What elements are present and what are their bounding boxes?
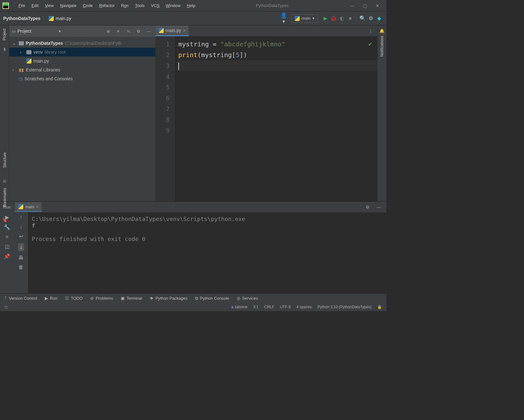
indent-info[interactable]: 4 spaces	[296, 305, 312, 309]
coverage-button[interactable]: ◐	[338, 15, 346, 21]
collapse-all-icon[interactable]: ≒	[124, 29, 133, 34]
pycharm-app-icon	[3, 3, 9, 9]
todo-button[interactable]: ☷TODO	[65, 296, 83, 301]
run-toolwindow-button[interactable]: ▶Run	[45, 296, 58, 301]
notifications-tool-button[interactable]: Notifications	[380, 36, 384, 57]
close-button[interactable]: ✕	[371, 3, 384, 8]
hide-run-icon[interactable]: —	[375, 205, 383, 210]
menu-code[interactable]: Code	[80, 2, 96, 9]
tab-more-icon[interactable]: ⋮	[364, 25, 377, 36]
code-area[interactable]: mystring = "abcdefghijklmno" print(mystr…	[174, 36, 377, 201]
stop-button[interactable]: ■	[346, 16, 354, 21]
pin-icon[interactable]: 📌	[4, 253, 10, 259]
tree-scratches[interactable]: ◷ Scratches and Consoles	[9, 74, 155, 83]
code-line-1[interactable]: mystring = "abcdefghijklmno"	[178, 39, 377, 50]
code-editor[interactable]: 1 2 3 4 5 6 7 8 9 mystring = "abcdefghij…	[155, 36, 377, 201]
tree-external-libs[interactable]: › ▮▮ External Libraries	[9, 65, 155, 74]
python-console-button[interactable]: ⧉Python Console	[195, 296, 229, 301]
soft-wrap-icon[interactable]: ↩	[19, 233, 23, 239]
run-output[interactable]: C:\Users\yilma\Desktop\PythonDataTypes\v…	[28, 212, 386, 293]
menu-view[interactable]: View	[42, 2, 57, 9]
tree-root[interactable]: ⌄ PythonDataTypes C:\Users\yilma\Desktop…	[9, 39, 155, 48]
menu-vcs[interactable]: VCS	[148, 2, 163, 9]
project-panel-title[interactable]: Project	[17, 29, 57, 34]
output-result: f	[32, 222, 35, 229]
line-gutter[interactable]: 1 2 3 4 5 6 7 8 9	[155, 36, 174, 201]
layout-icon[interactable]: ◫	[5, 243, 10, 250]
run-button[interactable]: ▶	[321, 15, 330, 21]
maximize-button[interactable]: ▢	[358, 3, 371, 8]
menu-help[interactable]: Help	[184, 2, 199, 9]
stop-button[interactable]: ■	[5, 234, 9, 240]
folder-tool-icon[interactable]: ▮	[3, 47, 6, 51]
bookmark-icon[interactable]: 🔖	[2, 218, 7, 223]
print-icon[interactable]: 🖶	[18, 255, 24, 261]
debug-button[interactable]: 🐞	[330, 15, 338, 21]
chevron-right-icon[interactable]: ›	[20, 50, 24, 55]
inspection-ok-icon[interactable]: ✔	[368, 40, 372, 48]
menu-window[interactable]: Window	[163, 2, 184, 9]
python-icon	[295, 16, 300, 21]
structure-icon[interactable]: ⊞	[3, 179, 6, 183]
problems-button[interactable]: ⊘Problems	[90, 296, 113, 301]
up-arrow-icon[interactable]: ↑	[20, 214, 22, 220]
breadcrumb-root[interactable]: PythonDataTypes	[3, 16, 40, 21]
editor-tab-main[interactable]: main.py ×	[155, 25, 189, 36]
lock-icon[interactable]: 🔒	[377, 305, 382, 309]
main-area: Project ▮ ▭ Project ▾ ⊕ ≡ ≒ ⚙ — ⌄ Python…	[0, 25, 386, 201]
todo-icon: ☷	[65, 296, 69, 301]
settings-icon[interactable]: ⚙	[367, 15, 375, 21]
bookmarks-tool-button[interactable]: Bookmarks	[3, 188, 7, 207]
chevron-down-icon[interactable]: ⌄	[12, 41, 17, 46]
hide-panel-icon[interactable]: —	[145, 29, 153, 34]
file-encoding[interactable]: UTF-8	[280, 305, 291, 309]
project-tool-button[interactable]: Project	[2, 29, 7, 40]
down-arrow-icon[interactable]: ↓	[20, 224, 22, 230]
cursor-position[interactable]: 3:1	[253, 305, 259, 309]
menu-edit[interactable]: Edit	[28, 2, 42, 9]
services-button[interactable]: ◎Services	[237, 296, 258, 301]
dropdown-icon[interactable]: ▾	[59, 29, 61, 34]
run-config-name: main	[302, 16, 310, 21]
tree-scratch-label: Scratches and Consoles	[24, 76, 73, 81]
wrench-icon[interactable]: 🔧	[4, 224, 10, 230]
minimize-button[interactable]: —	[346, 3, 358, 8]
status-toggle-icon[interactable]: ◻	[4, 305, 8, 309]
panel-settings-icon[interactable]: ⚙	[134, 29, 143, 34]
python-icon	[18, 204, 23, 209]
menu-tools[interactable]: Tools	[132, 2, 148, 9]
search-icon[interactable]: 🔍	[358, 15, 367, 21]
trash-icon[interactable]: 🗑	[18, 264, 24, 270]
expand-all-icon[interactable]: ≡	[114, 29, 122, 34]
code-line-3[interactable]	[178, 60, 377, 71]
breadcrumb-file[interactable]: main.py	[56, 16, 71, 21]
structure-tool-button[interactable]: Structure	[3, 152, 7, 168]
run-tab[interactable]: main ×	[15, 202, 42, 212]
version-control-button[interactable]: ᚶVersion Control	[4, 296, 37, 301]
locate-icon[interactable]: ⊕	[104, 29, 112, 34]
bell-icon[interactable]: 🔔	[379, 29, 384, 33]
close-tab-icon[interactable]: ×	[183, 28, 186, 33]
codewithme-icon[interactable]: ◆	[375, 15, 383, 21]
project-tree[interactable]: ⌄ PythonDataTypes C:\Users\yilma\Desktop…	[9, 37, 155, 85]
breadcrumb[interactable]: PythonDataTypes 〉 main.py	[3, 16, 71, 21]
menu-file[interactable]: File	[15, 2, 28, 9]
python-packages-button[interactable]: ❖Python Packages	[150, 296, 187, 301]
menu-navigate[interactable]: Navigate	[57, 2, 79, 9]
chevron-right-icon[interactable]: ›	[12, 67, 17, 72]
run-config-selector[interactable]: main ▾	[291, 14, 318, 23]
code-line-2[interactable]: print(mystring[5])	[178, 50, 377, 60]
tabnine-widget[interactable]: ◈ tabnine	[231, 305, 248, 309]
line-separator[interactable]: CRLF	[264, 305, 274, 309]
tree-file-main[interactable]: main.py	[9, 57, 155, 65]
menu-refactor[interactable]: Refactor	[96, 2, 118, 9]
run-panel: Run: main × ⚙ — ▶ 🔧 ■ ◫ 📌 ↑ ↓ ↩ ⤓ 🖶 🗑 C:…	[0, 201, 386, 293]
menu-run[interactable]: Run	[118, 2, 132, 9]
scroll-to-end-icon[interactable]: ⤓	[18, 243, 24, 251]
interpreter-info[interactable]: Python 3.10 (PythonDataTypes)	[317, 305, 371, 309]
close-tab-icon[interactable]: ×	[36, 204, 39, 209]
user-icon[interactable]: 👤▾	[280, 12, 288, 24]
terminal-button[interactable]: ▣Terminal	[121, 296, 142, 301]
run-settings-icon[interactable]: ⚙	[364, 205, 372, 210]
tree-venv[interactable]: › venv library root	[9, 48, 155, 57]
